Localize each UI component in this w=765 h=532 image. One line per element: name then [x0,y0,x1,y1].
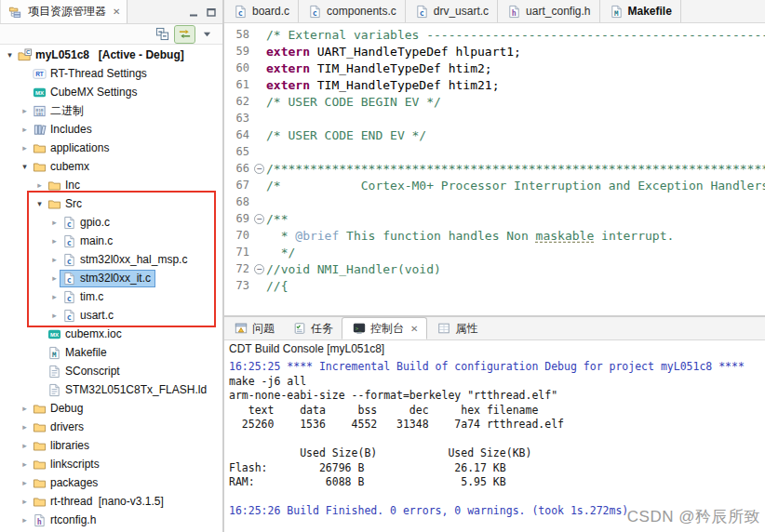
svg-text:c: c [67,237,72,246]
tree-item-debug[interactable]: ▸Debug [0,399,222,418]
line-number[interactable]: 63 [224,112,252,125]
tree-collapsed-arrow-icon[interactable]: ▸ [48,292,60,301]
tree-item-label: RT-Thread Settings [50,67,147,80]
tree-item-usart-c[interactable]: ▸cusart.c [0,306,222,325]
tree-item-applications[interactable]: ▸applications [0,139,222,157]
tree-collapsed-arrow-icon[interactable]: ▸ [34,180,46,190]
tree-item-cubemx[interactable]: ▾cubemx [0,157,222,176]
code-text: extern UART_HandleTypeDef hlpuart1; [266,45,765,59]
minimize-view-icon[interactable] [188,7,199,18]
tree-expanded-arrow-icon[interactable]: ▾ [34,199,46,208]
tree-item-tim-c[interactable]: ▸ctim.c [0,287,222,306]
console-tab-console[interactable]: >_控制台✕ [342,317,427,339]
editor-tab-drv-usart-c[interactable]: cdrv_usart.c [406,0,498,22]
editor-tab-makefile[interactable]: MMakefile [600,0,681,22]
tree-collapsed-arrow-icon[interactable]: ▸ [48,218,60,227]
line-number[interactable]: 65 [224,145,252,158]
code-editor[interactable]: 58/* External variables ----------------… [224,23,765,315]
cfile-icon: c [414,5,430,19]
view-menu-button[interactable] [197,26,217,43]
line-number[interactable]: 68 [224,195,252,208]
explorer-titlebar: 项目资源管理器 ✕ [0,0,222,24]
tree-collapsed-arrow-icon[interactable]: ▸ [48,273,60,283]
link-with-editor-button[interactable] [175,26,195,43]
tree-item-rt-thread-settings[interactable]: RTRT-Thread Settings [0,64,222,83]
maximize-view-icon[interactable] [206,7,217,18]
tree-item-stm32l0xx-it-c[interactable]: ▸cstm32l0xx_it.c [0,269,222,287]
tree-item-cubemx-settings[interactable]: MXCubeMX Settings [0,83,222,101]
line-number[interactable]: 72 [224,262,252,275]
console-tab-tasks[interactable]: 任务 [283,317,342,339]
line-number[interactable]: 60 [224,61,252,74]
tree-item-drivers[interactable]: ▸drivers [0,418,222,436]
code-text: extern TIM_HandleTypeDef htim21; [266,78,765,92]
tree-item-sconscript[interactable]: SConscript [0,362,222,380]
tree-collapsed-arrow-icon[interactable]: ▸ [19,125,31,134]
editor-tab-uart-config-h[interactable]: huart_config.h [498,0,599,22]
console-header: CDT Build Console [myL051c8] [224,340,765,358]
tree-item-stm32l051c8tx-flash-ld[interactable]: STM32L051C8Tx_FLASH.ld [0,380,222,399]
panel-splitter[interactable] [222,0,224,532]
tree-item-packages[interactable]: ▸packages [0,473,222,492]
line-number[interactable]: 69 [224,212,252,225]
tree-item-cubemx-ioc[interactable]: MXcubemx.ioc [0,325,222,343]
editor-tab-board-c[interactable]: cboard.c [224,0,299,22]
close-tab-icon[interactable]: ✕ [410,324,418,334]
line-number[interactable]: 59 [224,45,252,58]
line-number[interactable]: 58 [224,28,252,41]
tree-item-stm32l0xx-hal-msp-c[interactable]: ▸cstm32l0xx_hal_msp.c [0,250,222,269]
line-number[interactable]: 67 [224,179,252,192]
tree-item-body: linkscripts [31,457,103,472]
collapse-all-button[interactable] [153,26,172,43]
tree-item-linkscripts[interactable]: ▸linkscripts [0,455,222,473]
tree-collapsed-arrow-icon[interactable]: ▸ [48,311,60,320]
line-number[interactable]: 73 [224,279,252,292]
tree-collapsed-arrow-icon[interactable]: ▸ [19,106,31,115]
tree-item-inc[interactable]: ▸Inc [0,176,222,194]
tree-item-gpio-c[interactable]: ▸cgpio.c [0,213,222,232]
line-number[interactable]: 64 [224,128,252,141]
line-number[interactable]: 70 [224,229,252,242]
tree-collapsed-arrow-icon[interactable]: ▸ [19,143,31,153]
explorer-view-tab[interactable]: 项目资源管理器 ✕ [0,0,128,23]
fold-toggle-icon[interactable]: − [252,214,266,224]
folder-icon [32,439,47,453]
tree-collapsed-arrow-icon[interactable]: ▸ [19,497,31,506]
tree-expanded-arrow-icon[interactable]: ▾ [4,50,16,60]
cfile-icon: c [61,309,77,323]
line-number[interactable]: 66 [224,162,252,175]
code-text: //void NMI_Handler(void) [266,262,765,276]
tree-collapsed-arrow-icon[interactable]: ▸ [48,255,60,264]
code-line-70: 70 * @brief This function handles Non ma… [224,227,765,244]
fold-toggle-icon[interactable]: − [252,164,266,174]
console-tab-problems[interactable]: 问题 [224,317,283,339]
tree-collapsed-arrow-icon[interactable]: ▸ [19,478,31,487]
tree-item-rtconfig-h[interactable]: ▸hrtconfig.h [0,511,222,529]
svg-text:c: c [67,274,72,284]
line-number[interactable]: 62 [224,95,252,108]
tree-item-rt-thread[interactable]: ▸rt-thread [nano-v3.1.5] [0,492,222,511]
console-output[interactable]: 16:25:25 **** Incremental Build of confi… [224,358,765,519]
close-view-icon[interactable]: ✕ [113,7,120,17]
line-number[interactable]: 61 [224,78,252,91]
tree-item-myL051c8[interactable]: ▾CmyL051c8 [Active - Debug] [0,46,222,64]
tree-collapsed-arrow-icon[interactable]: ▸ [19,459,31,469]
editor-tab-components-c[interactable]: ccomponents.c [299,0,406,22]
tree-item-makefile[interactable]: MMakefile [0,343,222,362]
tree-item-includes[interactable]: ▸Includes [0,120,222,139]
tree-collapsed-arrow-icon[interactable]: ▸ [19,422,31,432]
folder-icon [32,160,47,174]
tree-collapsed-arrow-icon[interactable]: ▸ [19,515,31,525]
tree-item-src[interactable]: ▾Src [0,194,222,213]
tree-item-binaries[interactable]: ▸010101二进制 [0,101,222,120]
tree-expanded-arrow-icon[interactable]: ▾ [19,162,31,171]
tree-collapsed-arrow-icon[interactable]: ▸ [48,236,60,246]
fold-toggle-icon[interactable]: − [252,264,266,274]
tree-collapsed-arrow-icon[interactable]: ▸ [19,441,31,450]
tree-item-main-c[interactable]: ▸cmain.c [0,232,222,250]
line-number[interactable]: 71 [224,246,252,259]
tree-collapsed-arrow-icon[interactable]: ▸ [19,404,31,413]
console-tab-properties[interactable]: 属性 [427,317,486,339]
svg-text:C: C [26,48,31,55]
tree-item-libraries[interactable]: ▸libraries [0,436,222,455]
